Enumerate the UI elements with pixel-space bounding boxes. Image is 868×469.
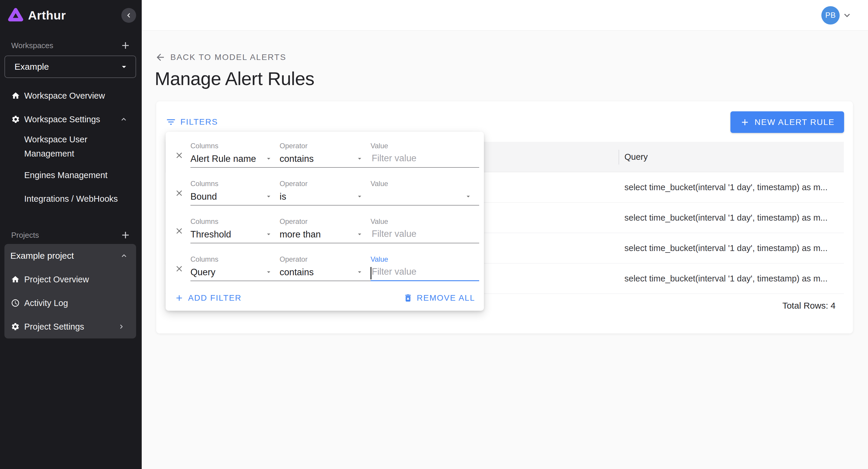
sidebar-header: Arthur	[0, 0, 142, 31]
remove-filter-button[interactable]	[175, 226, 184, 236]
columns-label: Columns	[190, 142, 280, 150]
sidebar-collapse-button[interactable]	[121, 8, 136, 23]
add-filter-label: ADD FILTER	[188, 293, 242, 303]
caret-down-icon	[356, 193, 364, 200]
caret-down-icon	[356, 230, 364, 238]
operator-label: Operator	[280, 255, 371, 263]
sidebar-item-label: Project Overview	[24, 275, 89, 285]
caret-down-icon	[265, 268, 273, 276]
query-cell: select time_bucket(interval '1 day', tim…	[624, 203, 828, 233]
filters-panel: Columns Alert Rule name Operator contain…	[166, 132, 484, 311]
filters-footer: ADD FILTER REMOVE ALL	[166, 288, 484, 311]
remove-filter-button[interactable]	[175, 151, 184, 160]
columns-select[interactable]: Columns Bound	[190, 176, 280, 205]
workspaces-section-header: Workspaces	[11, 38, 131, 53]
projects-section-header: Projects	[11, 228, 131, 242]
query-column-header[interactable]: Query	[624, 142, 648, 172]
gear-icon	[11, 115, 20, 124]
caret-down-icon	[265, 155, 273, 163]
project-card: Example project Project Overview Activit…	[4, 244, 136, 339]
caret-down-icon	[265, 230, 273, 238]
back-link-label: BACK TO MODEL ALERTS	[170, 53, 286, 62]
operator-label: Operator	[280, 142, 371, 150]
home-icon	[11, 275, 20, 284]
value-field: Value	[371, 138, 479, 167]
value-label: Value	[371, 255, 479, 263]
value-label: Value	[371, 180, 479, 188]
filter-row: Columns Bound Operator is Value	[166, 174, 484, 212]
operator-select[interactable]: Operator is	[280, 176, 371, 205]
caret-down-icon	[265, 193, 273, 200]
chevron-down-icon	[119, 62, 129, 72]
columns-label: Columns	[190, 217, 280, 226]
add-workspace-icon[interactable]	[120, 40, 131, 51]
sidebar-subitem-engines-management[interactable]: Engines Management	[24, 168, 136, 182]
query-cell: select time_bucket(interval '1 day', tim…	[624, 233, 828, 263]
alert-rules-card: FILTERS NEW ALERT RULE Query select time…	[156, 101, 853, 333]
chevron-down-icon[interactable]	[841, 10, 852, 21]
sidebar-item-activity-log[interactable]: Activity Log	[4, 291, 136, 315]
sidebar-item-workspace-overview[interactable]: Workspace Overview	[0, 84, 142, 108]
sidebar-subitem-workspace-user-management[interactable]: Workspace User Management	[24, 132, 113, 161]
filter-value-input-focused[interactable]	[371, 266, 468, 277]
remove-filter-button[interactable]	[175, 188, 184, 198]
gear-icon	[11, 322, 20, 331]
chevron-right-icon	[117, 323, 125, 331]
chevron-up-icon	[119, 115, 128, 124]
delete-forever-icon	[403, 293, 413, 303]
plus-icon	[740, 117, 750, 127]
avatar[interactable]: PB	[822, 6, 840, 25]
back-to-model-alerts-link[interactable]: BACK TO MODEL ALERTS	[155, 51, 286, 63]
filter-list-icon	[166, 117, 176, 127]
filter-value-input[interactable]	[371, 229, 468, 239]
query-cell: select time_bucket(interval '1 day', tim…	[624, 263, 828, 294]
filter-row: Columns Threshold Operator more than Val…	[166, 212, 484, 250]
projects-label: Projects	[11, 231, 39, 240]
value-label: Value	[371, 142, 479, 150]
arrow-back-icon	[155, 52, 166, 63]
column-separator	[619, 150, 619, 165]
sidebar-item-project-overview[interactable]: Project Overview	[4, 268, 136, 291]
columns-select[interactable]: Columns Alert Rule name	[190, 138, 280, 167]
caret-down-icon	[356, 155, 364, 163]
caret-down-icon	[464, 193, 472, 200]
caret-down-icon	[356, 268, 364, 276]
add-project-icon[interactable]	[120, 230, 131, 241]
page-title: Manage Alert Rules	[155, 68, 314, 89]
operator-select[interactable]: Operator contains	[280, 138, 371, 167]
workspace-select[interactable]: Example	[4, 56, 136, 78]
query-cell: select time_bucket(interval '1 day', tim…	[624, 172, 828, 203]
sidebar: Arthur Workspaces Example Workspace Over…	[0, 0, 142, 469]
add-filter-button[interactable]: ADD FILTER	[175, 293, 242, 303]
value-select[interactable]: Value	[371, 176, 479, 205]
new-alert-rule-button[interactable]: NEW ALERT RULE	[731, 111, 844, 133]
sidebar-item-workspace-settings[interactable]: Workspace Settings	[0, 108, 142, 131]
remove-all-button[interactable]: REMOVE ALL	[403, 293, 475, 303]
filters-toggle[interactable]: FILTERS	[166, 115, 218, 128]
sidebar-item-project-settings[interactable]: Project Settings	[4, 315, 136, 339]
value-field: Value	[371, 252, 479, 281]
brand-name: Arthur	[28, 8, 66, 23]
workspace-selected-value: Example	[14, 62, 49, 72]
filter-value-input[interactable]	[371, 153, 468, 164]
sidebar-subitem-integrations-webhooks[interactable]: Integrations / WebHooks	[24, 192, 136, 206]
total-rows-label: Total Rows: 4	[782, 301, 836, 311]
plus-icon	[175, 293, 184, 303]
sidebar-item-label: Workspace Overview	[24, 91, 105, 101]
chevron-up-icon	[120, 251, 128, 260]
columns-label: Columns	[190, 255, 280, 263]
filter-row: Columns Alert Rule name Operator contain…	[166, 137, 484, 174]
filter-row: Columns Query Operator contains Value	[166, 250, 484, 288]
columns-select[interactable]: Columns Threshold	[190, 214, 280, 243]
sidebar-item-label: Workspace Settings	[24, 115, 100, 124]
columns-select[interactable]: Columns Query	[190, 252, 280, 281]
chevron-left-icon	[124, 11, 133, 20]
project-card-title[interactable]: Example project	[4, 244, 136, 268]
operator-select[interactable]: Operator more than	[280, 214, 371, 243]
topbar: PB	[142, 0, 868, 31]
columns-label: Columns	[190, 180, 280, 188]
arthur-logo-icon	[6, 6, 25, 25]
sidebar-item-label: Activity Log	[24, 298, 68, 308]
remove-filter-button[interactable]	[175, 264, 184, 273]
operator-select[interactable]: Operator contains	[280, 252, 371, 281]
